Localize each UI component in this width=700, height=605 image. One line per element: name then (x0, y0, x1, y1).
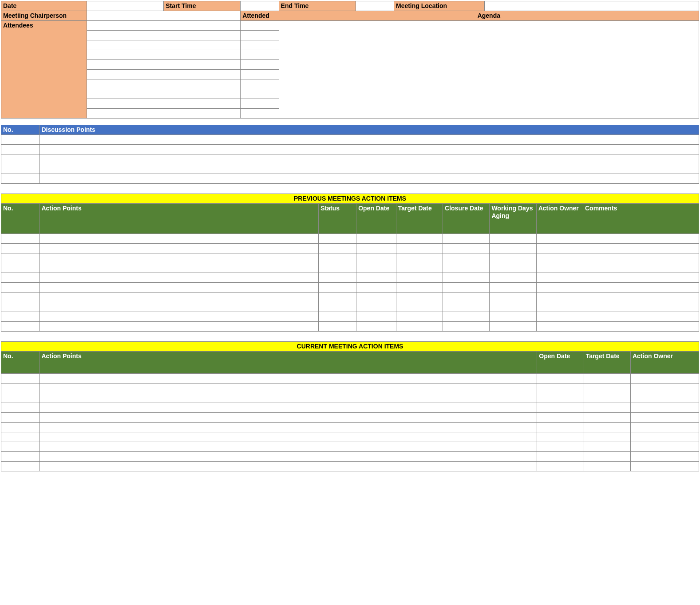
discussion-point-cell[interactable] (40, 135, 699, 145)
table-row (1, 403, 699, 413)
discussion-no-cell[interactable] (1, 135, 40, 145)
prev-col-status: Status (319, 204, 356, 234)
table-row (1, 273, 699, 283)
chairperson-label: Meetiing Chairperson (1, 11, 87, 21)
table-row (1, 432, 699, 442)
meeting-header-table: Date Start Time End Time Meeting Locatio… (1, 1, 699, 119)
discussion-points-header: Discussion Points (40, 125, 699, 135)
attendee-name-cell[interactable] (87, 79, 241, 89)
prev-col-action-owner: Action Owner (536, 204, 583, 234)
attendee-name-cell[interactable] (87, 50, 241, 60)
table-row (1, 302, 699, 312)
attendee-name-cell[interactable] (87, 89, 241, 99)
meeting-location-value[interactable] (485, 1, 699, 11)
attended-cell[interactable] (241, 79, 279, 89)
table-row (1, 393, 699, 403)
date-label: Date (1, 1, 87, 11)
end-time-value[interactable] (356, 1, 394, 11)
discussion-points-table: No. Discussion Points (1, 125, 699, 184)
discussion-no-cell[interactable] (1, 145, 40, 154)
attended-cell[interactable] (241, 40, 279, 50)
attendee-name-cell[interactable] (87, 60, 241, 70)
attended-cell[interactable] (241, 109, 279, 119)
start-time-value[interactable] (241, 1, 279, 11)
previous-action-items-table: PREVIOUS MEETINGS ACTION ITEMS No. Actio… (1, 194, 699, 332)
attended-cell[interactable] (241, 50, 279, 60)
attended-cell[interactable] (241, 99, 279, 109)
table-row (1, 293, 699, 302)
current-title: CURRENT MEETING ACTION ITEMS (1, 342, 699, 352)
table-row (1, 384, 699, 393)
prev-col-target-date: Target Date (396, 204, 443, 234)
cur-col-action-owner: Action Owner (630, 352, 699, 374)
discussion-point-cell[interactable] (40, 174, 699, 184)
discussion-point-cell[interactable] (40, 164, 699, 174)
attendee-name-cell[interactable] (87, 70, 241, 79)
attended-cell[interactable] (241, 70, 279, 79)
attendee-name-cell[interactable] (87, 21, 241, 31)
table-row (1, 263, 699, 273)
discussion-no-header: No. (1, 125, 40, 135)
cur-col-action-points: Action Points (40, 352, 537, 374)
prev-col-comments: Comments (583, 204, 699, 234)
attended-label: Attended (241, 11, 279, 21)
attended-cell[interactable] (241, 60, 279, 70)
discussion-no-cell[interactable] (1, 164, 40, 174)
table-row (1, 253, 699, 263)
attended-cell[interactable] (241, 89, 279, 99)
start-time-label: Start Time (164, 1, 241, 11)
table-row (1, 413, 699, 423)
table-row (1, 452, 699, 462)
discussion-no-cell[interactable] (1, 154, 40, 164)
table-row (1, 442, 699, 452)
discussion-no-cell[interactable] (1, 174, 40, 184)
cur-col-target-date: Target Date (584, 352, 630, 374)
table-row (1, 244, 699, 253)
discussion-point-cell[interactable] (40, 145, 699, 154)
attendees-label: Attendees (1, 21, 87, 119)
attended-cell[interactable] (241, 21, 279, 31)
table-row (1, 423, 699, 432)
end-time-label: End Time (279, 1, 356, 11)
prev-col-open-date: Open Date (356, 204, 396, 234)
attended-cell[interactable] (241, 31, 279, 40)
current-action-items-table: CURRENT MEETING ACTION ITEMS No. Action … (1, 341, 699, 471)
prev-col-action-points: Action Points (40, 204, 319, 234)
cur-col-open-date: Open Date (537, 352, 584, 374)
meeting-location-label: Meeting Location (394, 1, 484, 11)
prev-col-working-aging: Working Days Aging (490, 204, 536, 234)
attendee-name-cell[interactable] (87, 40, 241, 50)
attendee-name-cell[interactable] (87, 31, 241, 40)
discussion-point-cell[interactable] (40, 154, 699, 164)
table-row (1, 312, 699, 322)
attendee-name-cell[interactable] (87, 109, 241, 119)
attendee-name-cell[interactable] (87, 99, 241, 109)
table-row (1, 234, 699, 244)
cur-col-no: No. (1, 352, 40, 374)
table-row (1, 374, 699, 384)
chairperson-value[interactable] (87, 11, 241, 21)
table-row (1, 322, 699, 332)
agenda-body[interactable] (279, 21, 699, 119)
prev-col-no: No. (1, 204, 40, 234)
prev-col-closure-date: Closure Date (443, 204, 490, 234)
table-row (1, 462, 699, 471)
table-row (1, 283, 699, 293)
previous-title: PREVIOUS MEETINGS ACTION ITEMS (1, 194, 699, 204)
agenda-label: Agenda (279, 11, 699, 21)
date-value[interactable] (87, 1, 164, 11)
